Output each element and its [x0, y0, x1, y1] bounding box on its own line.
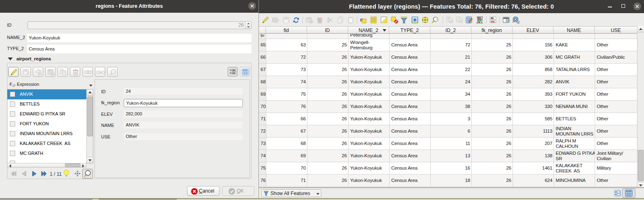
svg-text:ε: ε: [360, 16, 363, 23]
svg-text:ε: ε: [9, 80, 12, 87]
